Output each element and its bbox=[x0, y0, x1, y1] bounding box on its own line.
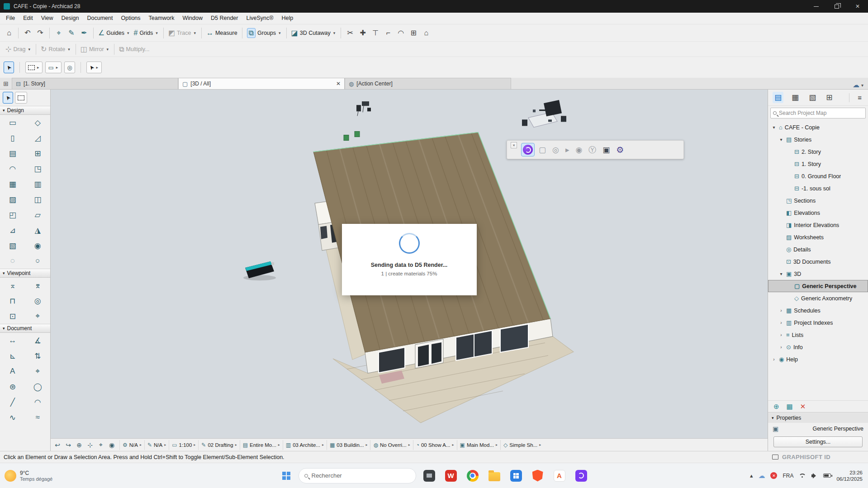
d5-toolbar-icon[interactable]: ◉ bbox=[575, 145, 582, 155]
quick-option[interactable]: ◇ Simple Sh... ▸ bbox=[500, 440, 544, 450]
taskbar-app-wps[interactable]: W bbox=[442, 467, 460, 484]
chevron-right-icon[interactable]: ▸ bbox=[235, 443, 237, 447]
furniture-green-chairs[interactable] bbox=[344, 131, 360, 140]
quick-option[interactable]: ▤ Entire Mo... ▸ bbox=[240, 440, 283, 450]
layout-book-icon[interactable]: ▧ bbox=[807, 92, 818, 103]
measure-button[interactable]: ↔ Measure bbox=[204, 27, 239, 39]
document-tool-icon[interactable]: ⊾ bbox=[0, 348, 25, 364]
chevron-right-icon[interactable]: ▸ bbox=[55, 65, 59, 70]
document-tool-icon[interactable]: ⌖ bbox=[25, 364, 51, 379]
tree-item-sous-sol[interactable]: ⊟-1. sous sol bbox=[768, 182, 868, 194]
expand-arrow-icon[interactable]: › bbox=[778, 308, 784, 313]
split-button[interactable]: ✂ bbox=[344, 27, 356, 39]
d5-toolbar-icon[interactable]: ▣ bbox=[602, 145, 610, 155]
chevron-right-icon[interactable]: ▸ bbox=[36, 65, 40, 70]
chevron-down-icon[interactable]: ▾ bbox=[155, 31, 159, 35]
minimize-button[interactable] bbox=[806, 0, 826, 13]
corner-button[interactable]: ⌐ bbox=[382, 27, 394, 39]
tab-action-center[interactable]: ◍ [Action Center] bbox=[345, 78, 511, 89]
close-icon[interactable]: ✕ bbox=[511, 142, 517, 148]
expand-arrow-icon[interactable]: ▾ bbox=[778, 271, 784, 276]
taskbar-app-archicad[interactable]: A bbox=[551, 467, 568, 484]
redo-button[interactable]: ↷ bbox=[34, 27, 47, 39]
design-tool-icon[interactable]: ⊿ bbox=[0, 223, 25, 238]
maximize-button[interactable] bbox=[826, 0, 847, 13]
document-section-header[interactable]: ▾ Document bbox=[0, 324, 50, 333]
grids-button[interactable]: # Grids ▾ bbox=[132, 27, 160, 39]
battery-icon[interactable] bbox=[823, 474, 831, 478]
quick-option[interactable]: ⚙ N/A ▸ bbox=[119, 440, 144, 450]
chevron-down-icon[interactable]: ▾ bbox=[332, 31, 337, 35]
project-map-search[interactable] bbox=[770, 108, 866, 118]
inject-parameters-button[interactable]: ✒ bbox=[78, 27, 90, 39]
onedrive-cloud-icon[interactable]: ☁ bbox=[758, 472, 765, 480]
tree-item-schedules[interactable]: ›▦Schedules bbox=[768, 304, 868, 317]
tree-item-worksheets[interactable]: ▨Worksheets bbox=[768, 231, 868, 243]
menu-item[interactable]: View bbox=[37, 13, 57, 24]
design-tool-icon[interactable]: ◿ bbox=[25, 130, 51, 146]
d5-toolbar-icon[interactable]: ◎ bbox=[552, 145, 559, 155]
rotate-button[interactable]: ↻ Rotate ▾ bbox=[39, 43, 73, 56]
tree-item-story-2[interactable]: ⊟2. Story bbox=[768, 146, 868, 158]
tree-item-sections[interactable]: ◳Sections bbox=[768, 194, 868, 207]
document-tool-icon[interactable]: A bbox=[0, 364, 25, 379]
document-tool-icon[interactable]: ∿ bbox=[0, 410, 25, 425]
expand-arrow-icon[interactable]: › bbox=[778, 332, 784, 337]
expand-arrow-icon[interactable]: › bbox=[771, 357, 777, 362]
taskbar-search-input[interactable] bbox=[312, 472, 410, 479]
weather-widget[interactable]: 9°C Temps dégagé bbox=[0, 470, 52, 482]
frame-button[interactable]: ⊞ bbox=[407, 27, 420, 39]
default-arrow-option[interactable]: ➤▸ bbox=[86, 62, 102, 73]
search-input[interactable] bbox=[779, 110, 863, 116]
design-tool-icon[interactable]: ▥ bbox=[25, 176, 51, 192]
quick-option[interactable]: ✎ 02 Drafting ▸ bbox=[198, 440, 239, 450]
chevron-down-icon[interactable]: ▾ bbox=[67, 47, 71, 52]
delete-icon[interactable]: ✕ bbox=[800, 403, 806, 411]
tree-item-lists[interactable]: ›≡Lists bbox=[768, 329, 868, 341]
tree-item-3d[interactable]: ▾▣3D bbox=[768, 268, 868, 280]
undo-button[interactable]: ↶ bbox=[21, 27, 34, 39]
quick-option[interactable]: ◍ No Overri... ▸ bbox=[370, 440, 413, 450]
find-select-button[interactable]: ⌖ bbox=[52, 27, 65, 39]
align-button[interactable]: ⊤ bbox=[369, 27, 382, 39]
chevron-right-icon[interactable]: ▸ bbox=[140, 443, 142, 447]
design-tool-icon[interactable]: ▨ bbox=[0, 192, 25, 207]
drag-button[interactable]: ⊹ Drag ▾ bbox=[4, 43, 33, 56]
d5-render-button[interactable] bbox=[521, 143, 535, 156]
viewpoint-tool-icon[interactable]: ◎ bbox=[25, 293, 51, 308]
quick-layer-option[interactable]: ◎ bbox=[64, 62, 75, 73]
document-tool-icon[interactable]: ∡ bbox=[25, 333, 51, 348]
document-tool-icon[interactable]: ↔ bbox=[0, 333, 25, 348]
chevron-down-icon[interactable]: ▾ bbox=[193, 31, 197, 35]
pick-up-parameters-button[interactable]: ✎ bbox=[65, 27, 78, 39]
expand-arrow-icon[interactable]: ▾ bbox=[771, 125, 777, 130]
menu-item[interactable]: File bbox=[2, 13, 19, 24]
taskbar-app-darkwindow[interactable] bbox=[421, 467, 438, 484]
arrow-tool-option[interactable]: ➤ bbox=[4, 62, 14, 73]
viewport-nav-icon[interactable]: ↩ bbox=[52, 440, 62, 450]
d5-toolbar-icon[interactable]: Ⓨ bbox=[588, 145, 596, 155]
selection-method-option[interactable]: ▸ bbox=[25, 62, 43, 73]
tree-item-elevations[interactable]: ◧Elevations bbox=[768, 207, 868, 219]
quick-option[interactable]: ✎ N/A ▸ bbox=[144, 440, 169, 450]
d5-toolbar-icon[interactable]: ▸ bbox=[565, 145, 569, 155]
menu-item[interactable]: Options bbox=[117, 13, 144, 24]
design-tool-icon[interactable]: ▦ bbox=[0, 176, 25, 192]
design-tool-icon[interactable]: ◠ bbox=[0, 161, 25, 176]
tree-item-project-indexes[interactable]: ›▥Project Indexes bbox=[768, 317, 868, 329]
tree-item-3d-documents[interactable]: ⊡3D Documents bbox=[768, 256, 868, 268]
design-tool-icon[interactable]: ◮ bbox=[25, 223, 51, 238]
quick-option[interactable]: ▦ 03 Buildin... ▸ bbox=[327, 440, 370, 450]
tree-item-stories[interactable]: ▾▤Stories bbox=[768, 133, 868, 146]
publisher-sets-icon[interactable]: ⊞ bbox=[824, 92, 834, 103]
tree-item-story-1[interactable]: ⊟1. Story bbox=[768, 158, 868, 170]
select-tool[interactable]: ➤ bbox=[3, 92, 13, 104]
document-tool-icon[interactable]: ◠ bbox=[25, 394, 51, 410]
properties-header[interactable]: ▾ Properties bbox=[768, 412, 868, 423]
viewport-nav-icon[interactable]: ↪ bbox=[63, 440, 73, 450]
taskbar-search[interactable] bbox=[299, 468, 416, 483]
tree-item-generic-perspective[interactable]: ▢Generic Perspective bbox=[768, 280, 868, 292]
cutaway-button[interactable]: ◪ 3D Cutaway ▾ bbox=[289, 27, 338, 39]
menu-item[interactable]: LiveSync® bbox=[242, 13, 277, 24]
guides-button[interactable]: ∠ Guides ▾ bbox=[96, 27, 132, 39]
